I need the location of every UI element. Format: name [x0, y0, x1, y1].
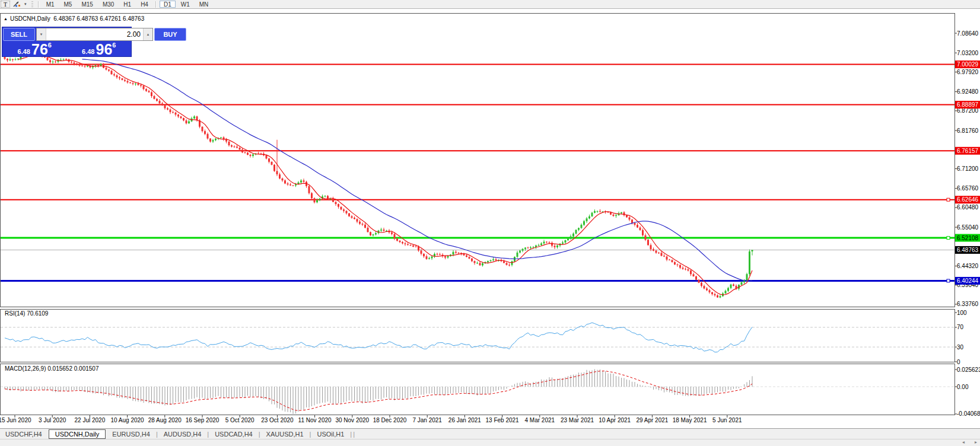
price-axis[interactable]: 7.086407.032006.979206.924806.872006.817…: [15, 30, 980, 418]
price-tick-label: 6.71200: [957, 165, 979, 172]
sell-price-pip: 6: [48, 42, 52, 48]
time-axis-label: 16 Sep 2020: [186, 417, 219, 423]
sell-price-display: 6.48 76 6: [3, 42, 66, 56]
rsi-indicator-label: RSI(14) 70.6109: [5, 310, 48, 317]
svg-text:6.76157: 6.76157: [957, 148, 979, 154]
buy-price-pip: 6: [112, 42, 116, 48]
price-tick-label: 6.97920: [957, 69, 979, 75]
time-axis-label: 4 Mar 2021: [525, 417, 555, 423]
buy-button[interactable]: BUY: [154, 28, 186, 41]
macd-tick-label: 0.025623: [957, 367, 980, 373]
macd-panel: [1, 369, 954, 414]
time-axis-label: 30 Nov 2020: [335, 417, 369, 423]
chart-tab-bar: USDCHF,H4USDCNH,DailyEURUSD,H4|AUDUSD,H4…: [0, 428, 980, 439]
price-tick-label: 6.87200: [957, 107, 979, 114]
time-axis-label: 28 Aug 2020: [148, 417, 182, 423]
svg-text:6.40244: 6.40244: [957, 278, 979, 284]
time-axis-label: 10 Apr 2021: [599, 417, 631, 423]
time-axis-label: 29 Apr 2021: [636, 417, 668, 423]
chart-tab-usdcad-h4[interactable]: USDCAD,H4: [209, 430, 258, 438]
buy-price-prefix: 6.48: [82, 47, 94, 56]
svg-text:6.88897: 6.88897: [957, 101, 979, 108]
chart-tab-xauusd-h1[interactable]: XAUUSD,H1: [261, 430, 309, 438]
time-axis-label: 3 Jul 2020: [39, 417, 66, 423]
rsi-tick-label: 0: [957, 359, 960, 365]
sell-price-main: 76: [31, 43, 48, 56]
collapse-panel-icon[interactable]: ▲: [4, 17, 8, 21]
time-axis-label: 23 Oct 2020: [261, 417, 293, 423]
sell-price-prefix: 6.48: [18, 47, 30, 56]
macd-tick-label: 0.00: [957, 384, 969, 390]
chart-ohlc-values: 6.48367 6.48763 6.47261 6.48763: [53, 15, 144, 22]
buy-price-display: 6.48 96 6: [68, 42, 131, 56]
rsi-tick-label: 30: [957, 344, 964, 351]
rsi-tick-label: 100: [957, 310, 967, 316]
tab-divider: |: [352, 431, 355, 438]
moving-average-fast: [18, 55, 753, 295]
time-axis-label: 5 Jun 2021: [712, 417, 742, 423]
chart-tab-audusd-h4[interactable]: AUDUSD,H4: [158, 430, 207, 438]
price-tick-label: 6.55040: [957, 224, 979, 231]
chart-title: ▲USDCNH,Daily 6.48367 6.48763 6.47261 6.…: [4, 15, 144, 22]
time-axis-label: 5 Oct 2020: [225, 417, 254, 423]
macd-indicator-label: MACD(12,26,9) 0.015652 0.001507: [5, 365, 98, 372]
price-tick-label: 7.03200: [957, 50, 979, 56]
price-tick-label: 6.44320: [957, 263, 979, 269]
chart-canvas[interactable]: 7.086407.032006.979206.924806.872006.817…: [0, 0, 980, 446]
macd-tick-label: -0.040687: [957, 410, 980, 417]
chart-tab-usdchf-h4[interactable]: USDCHF,H4: [0, 430, 47, 438]
price-tick-label: 6.60480: [957, 204, 979, 211]
status-strip: [0, 439, 980, 446]
candles-layer: [4, 52, 753, 298]
rsi-panel: [1, 323, 954, 352]
one-click-trading-panel: SELL ▾ ▴ BUY 6.48 76 6 6.48 96 6: [2, 27, 132, 57]
time-axis-label: 23 Mar 2021: [561, 417, 594, 423]
volume-input[interactable]: [46, 28, 143, 40]
tab-scroll-right-button[interactable]: ▸: [975, 440, 977, 445]
price-tick-label: 6.92480: [957, 88, 979, 95]
price-tick-label: 6.65760: [957, 185, 979, 192]
mt4-application-window: T ▾ M1M5M15M30H1H4D1W1MN 7.086407.032006…: [0, 0, 980, 446]
tab-scroll-left-button[interactable]: ◂: [962, 440, 965, 445]
time-axis-label: 15 Jun 2020: [0, 417, 31, 423]
volume-spinner: ▾ ▴: [36, 28, 153, 41]
time-axis-label: 13 Feb 2021: [486, 417, 519, 423]
sell-button[interactable]: SELL: [3, 28, 35, 41]
price-tick-label: 6.33760: [957, 301, 979, 307]
buy-price-main: 96: [96, 43, 112, 56]
svg-text:6.52108: 6.52108: [957, 235, 979, 241]
time-axis-label: 22 Jul 2020: [75, 417, 106, 423]
chart-tab-eurusd-h4[interactable]: EURUSD,H4: [107, 430, 155, 438]
time-axis-label: 18 May 2021: [673, 417, 707, 423]
price-tick-label: 6.81760: [957, 128, 979, 134]
volume-increase-button[interactable]: ▴: [143, 28, 152, 40]
volume-decrease-button[interactable]: ▾: [37, 28, 46, 40]
chart-tab-usdcnh-daily[interactable]: USDCNH,Daily: [49, 429, 106, 439]
rsi-tick-label: 70: [957, 324, 964, 330]
moving-average-slow: [82, 59, 753, 281]
svg-text:6.48763: 6.48763: [957, 247, 979, 253]
svg-text:6.62646: 6.62646: [957, 196, 979, 203]
panel-border: [1, 310, 955, 362]
svg-text:7.00029: 7.00029: [957, 61, 979, 68]
chart-symbol-period: USDCNH,Daily: [10, 15, 50, 22]
time-axis-label: 7 Jan 2021: [412, 417, 442, 423]
price-tick-label: 7.08640: [957, 30, 979, 37]
price-panel: [1, 52, 954, 298]
time-axis-label: 18 Dec 2020: [373, 417, 407, 423]
time-axis-label: 11 Nov 2020: [298, 417, 332, 423]
time-axis-label: 26 Jan 2021: [448, 417, 481, 423]
chart-tab-usoil-h1[interactable]: USOil,H1: [311, 430, 349, 438]
time-axis-label: 10 Aug 2020: [111, 417, 144, 423]
